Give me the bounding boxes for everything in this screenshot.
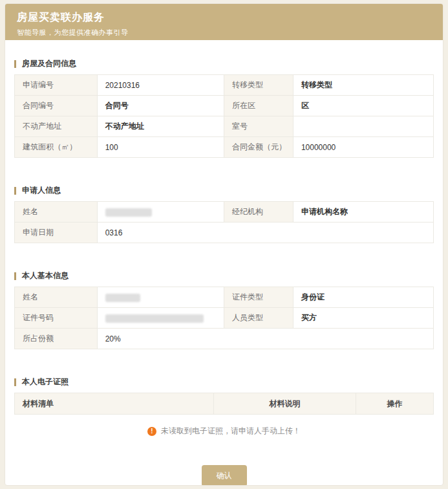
column-header-operation: 操作 [356,393,434,415]
page-content: 房屋及合同信息 申请编号 20210316 转移类型 转移类型 合同编号 合同号… [5,58,443,486]
field-label: 所在区 [224,96,293,116]
field-value-redacted [97,308,224,329]
section-title-text: 申请人信息 [22,185,61,196]
table-row: 合同编号 合同号 所在区 区 [15,96,434,116]
table-header-row: 材料清单 材料说明 操作 [15,393,434,415]
field-value: 20210316 [97,75,224,96]
field-value: 身份证 [293,287,433,308]
field-label: 建筑面积（㎡） [15,137,98,158]
table-row: 申请日期 0316 [15,223,434,243]
table-row: 证件号码 人员类型 买方 [15,308,434,329]
section-title-text: 房屋及合同信息 [22,58,76,69]
warning-icon: ! [147,427,156,436]
redacted-value [105,314,204,323]
field-value: 20% [97,329,433,349]
field-value: 转移类型 [293,75,433,96]
field-value: 100 [97,137,224,158]
field-label: 姓名 [15,287,98,308]
field-value: 合同号 [97,96,224,116]
confirm-button[interactable]: 确认 [202,465,247,486]
table-row: 所占份额 20% [15,329,434,349]
table-row: 不动产地址 不动产地址 室号 [15,116,434,137]
section-title-license: 本人电子证照 [14,376,434,387]
field-value-redacted [97,202,224,223]
field-label: 经纪机构 [224,202,293,223]
field-value-empty [293,116,433,137]
field-label: 合同编号 [15,96,98,116]
field-label: 人员类型 [224,308,293,329]
field-label: 申请编号 [15,75,98,96]
column-header-material-list: 材料清单 [15,393,214,415]
table-row: 姓名 证件类型 身份证 [15,287,434,308]
applicant-info-table: 姓名 经纪机构 申请机构名称 申请日期 0316 [14,201,434,243]
page-header: 房屋买卖联办服务 智能导服，为您提供准确办事引导 [5,4,443,40]
page-title: 房屋买卖联办服务 [17,11,431,25]
redacted-value [105,294,140,302]
field-value: 0316 [97,223,433,243]
field-label: 室号 [224,116,293,137]
section-title-applicant: 申请人信息 [14,185,434,196]
column-header-material-desc: 材料说明 [213,393,356,415]
field-value: 买方 [293,308,433,329]
section-bar-icon [14,272,16,280]
field-label: 合同金额（元） [224,137,293,158]
warning-text: 未读取到电子证照，请申请人手动上传！ [161,426,301,437]
page-subtitle: 智能导服，为您提供准确办事引导 [17,28,431,38]
section-bar-icon [14,187,16,195]
field-value: 10000000 [293,137,433,158]
table-row: 姓名 经纪机构 申请机构名称 [15,202,434,223]
field-label: 申请日期 [15,223,98,243]
person-info-table: 姓名 证件类型 身份证 证件号码 人员类型 买方 所占份额 20% [14,287,434,349]
redacted-value [105,208,152,217]
section-title-text: 本人电子证照 [22,376,69,387]
field-value-redacted [97,287,224,308]
field-label: 所占份额 [15,329,98,349]
section-title-text: 本人基本信息 [22,270,69,281]
section-title-house: 房屋及合同信息 [14,58,434,69]
field-label: 转移类型 [224,75,293,96]
house-info-table: 申请编号 20210316 转移类型 转移类型 合同编号 合同号 所在区 区 不… [14,74,434,158]
field-value: 不动产地址 [97,116,224,137]
section-bar-icon [14,60,16,68]
field-label: 证件类型 [224,287,293,308]
table-row: 建筑面积（㎡） 100 合同金额（元） 10000000 [15,137,434,158]
field-label: 不动产地址 [15,116,98,137]
field-label: 姓名 [15,202,98,223]
warning-message: ! 未读取到电子证照，请申请人手动上传！ [14,426,434,437]
section-bar-icon [14,378,16,386]
field-value: 区 [293,96,433,116]
field-label: 证件号码 [15,308,98,329]
page-card: 房屋买卖联办服务 智能导服，为您提供准确办事引导 房屋及合同信息 申请编号 20… [5,3,443,486]
table-row: 申请编号 20210316 转移类型 转移类型 [15,75,434,96]
field-value: 申请机构名称 [293,202,433,223]
section-title-person: 本人基本信息 [14,270,434,281]
license-material-table: 材料清单 材料说明 操作 [14,393,434,415]
